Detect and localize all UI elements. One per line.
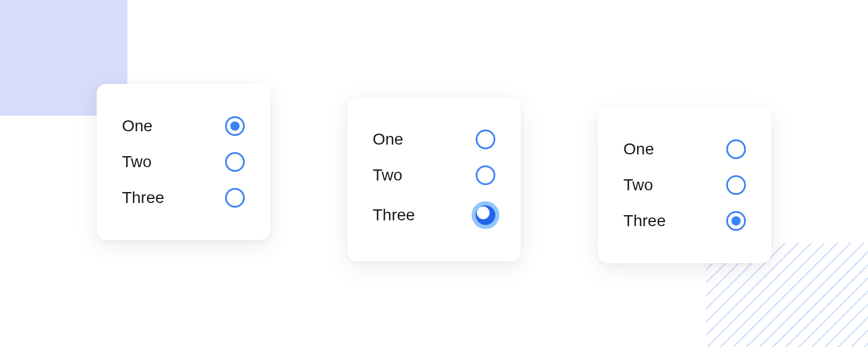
radio-label: One: [122, 117, 153, 135]
radio-option-three[interactable]: Three: [122, 180, 245, 216]
radio-option-one[interactable]: One: [122, 108, 245, 144]
radio-unselected-icon: [225, 152, 245, 172]
radio-label: One: [623, 140, 654, 158]
radio-label: Three: [623, 212, 665, 230]
radio-group-card: One Two Three: [598, 107, 771, 263]
radio-label: One: [373, 130, 403, 149]
radio-label: Two: [373, 166, 402, 184]
radio-pressed-icon: [472, 201, 499, 229]
radio-option-one[interactable]: One: [373, 121, 495, 157]
radio-label: Two: [122, 153, 152, 171]
radio-unselected-icon: [476, 165, 495, 185]
radio-label: Three: [122, 189, 164, 207]
radio-selected-icon: [225, 116, 245, 136]
radio-unselected-icon: [476, 130, 495, 149]
radio-label: Three: [373, 206, 415, 224]
radio-option-one[interactable]: One: [623, 131, 746, 167]
radio-option-two[interactable]: Two: [122, 144, 245, 180]
radio-option-two[interactable]: Two: [373, 157, 495, 193]
radio-option-three[interactable]: Three: [373, 193, 495, 237]
radio-unselected-icon: [726, 139, 746, 159]
radio-selected-icon: [726, 211, 746, 231]
radio-unselected-icon: [225, 188, 245, 208]
radio-label: Two: [623, 176, 653, 194]
radio-option-three[interactable]: Three: [623, 203, 746, 239]
radio-group-card: One Two Three: [347, 97, 521, 261]
radio-unselected-icon: [726, 175, 746, 195]
radio-group-card: One Two Three: [97, 84, 270, 240]
radio-option-two[interactable]: Two: [623, 167, 746, 203]
